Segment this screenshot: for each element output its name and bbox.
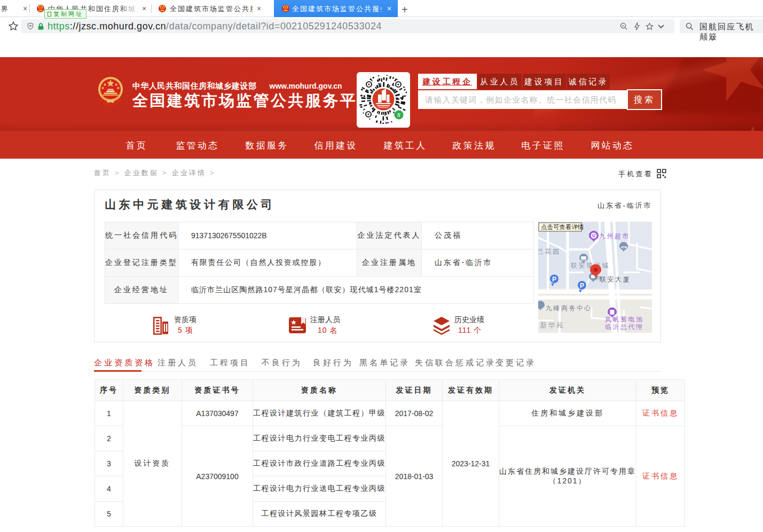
svg-text:风帆蓄电池: 风帆蓄电池: [605, 316, 644, 323]
svg-text:九峰商务中心: 九峰商务中心: [546, 304, 592, 312]
svg-text:P: P: [580, 282, 584, 290]
svg-text:P: P: [552, 276, 556, 283]
svg-text:己花园: 己花园: [538, 248, 561, 255]
svg-text:联安大厦: 联安大厦: [599, 276, 631, 283]
svg-text:临沂总代理: 临沂总代理: [605, 323, 644, 331]
svg-text:ATM: ATM: [621, 246, 627, 249]
svg-text:新华苑: 新华苑: [540, 321, 565, 329]
svg-text:九州超市: 九州超市: [599, 232, 630, 240]
svg-text:联安现代城: 联安现代城: [570, 262, 610, 269]
svg-text:点击可查看详情: 点击可查看详情: [541, 224, 584, 230]
